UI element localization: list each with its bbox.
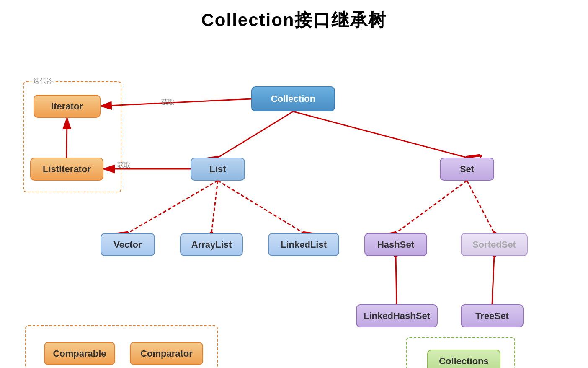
set-node: Set	[440, 158, 494, 181]
list-node: List	[191, 158, 245, 181]
svg-line-8	[128, 181, 218, 233]
treeset-node: TreeSet	[461, 304, 524, 327]
linkedhashset-node: LinkedHashSet	[356, 304, 438, 327]
comparable-node: Comparable	[44, 342, 115, 365]
iterator-box-label: 迭代器	[31, 77, 55, 86]
svg-line-4	[218, 111, 293, 158]
svg-line-9	[211, 181, 218, 233]
page-title: Collection接口继承树	[0, 0, 588, 32]
listiterator-node: ListIterator	[30, 158, 103, 181]
svg-line-13	[396, 256, 397, 304]
hashset-node: HashSet	[364, 233, 427, 256]
collection-node: Collection	[251, 86, 335, 111]
svg-line-12	[467, 181, 494, 233]
diagram-container: 迭代器 对象排序接口 容器工具类 获取 获取 Collection Iterat…	[0, 36, 588, 368]
sortedset-node: SortedSet	[461, 233, 528, 256]
svg-line-14	[492, 256, 494, 304]
vector-node: Vector	[101, 233, 155, 256]
iterator-node: Iterator	[34, 95, 101, 118]
get-iterator-label: 获取	[161, 98, 175, 107]
get-listiterator-label: 获取	[117, 161, 131, 170]
arraylist-node: ArrayList	[180, 233, 243, 256]
collections-node: Collections	[427, 350, 500, 368]
comparator-node: Comparator	[130, 342, 203, 365]
linkedlist-node: LinkedList	[268, 233, 339, 256]
svg-line-10	[218, 181, 304, 233]
svg-line-3	[101, 99, 251, 106]
svg-line-5	[293, 111, 467, 158]
svg-line-11	[396, 181, 467, 233]
